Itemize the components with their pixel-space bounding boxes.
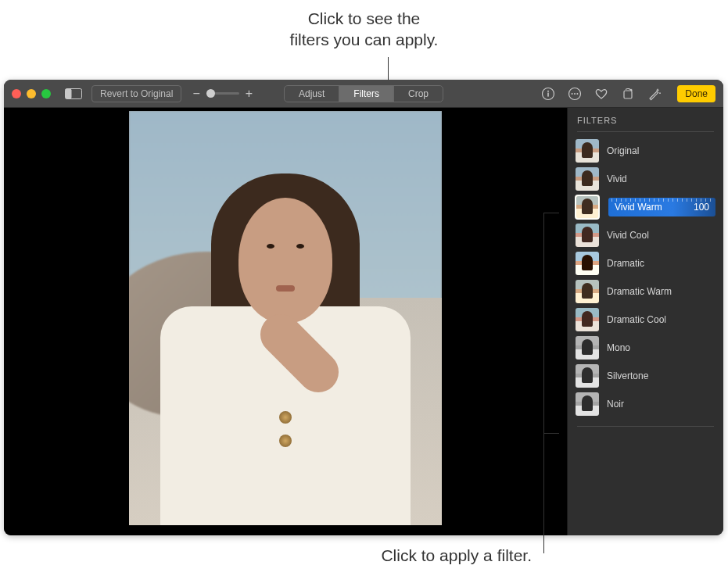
filter-label: Vivid Warm: [615, 202, 662, 213]
callout-line: [543, 433, 559, 434]
callout-line: [388, 57, 389, 82]
svg-point-3: [547, 90, 549, 91]
filter-label: Vivid: [607, 174, 627, 184]
filters-sidebar: FILTERS OriginalVividVivid Warm100Vivid …: [567, 108, 723, 535]
filter-label: Original: [607, 145, 639, 156]
sidebar-toggle-button[interactable]: [65, 85, 82, 102]
filter-row-vivid[interactable]: Vivid: [574, 165, 717, 193]
favorite-icon[interactable]: [594, 87, 608, 101]
filter-row-noir[interactable]: Noir: [574, 390, 717, 418]
filters-divider: [577, 426, 714, 427]
callout-apply-filter: Click to apply a filter.: [0, 546, 532, 565]
svg-rect-9: [624, 91, 632, 98]
auto-enhance-icon[interactable]: [647, 87, 662, 101]
revert-label: Revert to Original: [100, 88, 173, 99]
filter-label: Vivid Cool: [607, 230, 649, 241]
tab-crop[interactable]: Crop: [393, 86, 443, 102]
filter-row-vivid-cool[interactable]: Vivid Cool: [574, 221, 717, 249]
filter-thumbnail: [576, 308, 599, 331]
filter-label: Dramatic: [607, 258, 644, 269]
done-label: Done: [685, 88, 708, 99]
filter-label: Dramatic Warm: [607, 286, 672, 297]
minimize-icon[interactable]: [27, 89, 36, 98]
filter-row-vivid-warm[interactable]: Vivid Warm100: [574, 193, 717, 221]
tab-filters[interactable]: Filters: [339, 86, 393, 102]
zoom-in-icon[interactable]: +: [246, 87, 253, 101]
filter-intensity-value: 100: [694, 202, 709, 213]
rotate-icon[interactable]: [621, 87, 635, 101]
sidebar-title: FILTERS: [577, 116, 714, 132]
callout-line: [543, 213, 544, 553]
filter-thumbnail: [576, 139, 599, 163]
filter-thumbnail: [576, 167, 599, 191]
right-toolbar: Done: [541, 85, 715, 102]
filters-list: OriginalVividVivid Warm100Vivid CoolDram…: [574, 137, 717, 418]
filter-row-dramatic-cool[interactable]: Dramatic Cool: [574, 306, 717, 334]
edit-mode-tabs: Adjust Filters Crop: [284, 85, 443, 102]
filter-thumbnail: [576, 224, 599, 247]
photos-edit-window: Revert to Original − + Adjust Filters Cr…: [4, 80, 723, 535]
callout-line: [543, 213, 559, 213]
filter-thumbnail: [576, 195, 599, 219]
filter-thumbnail: [576, 364, 599, 388]
filter-row-original[interactable]: Original: [574, 137, 717, 165]
photo-canvas[interactable]: [4, 108, 567, 535]
callout-filters-tab: Click to see the filters you can apply.: [0, 8, 728, 51]
zoom-icon[interactable]: [41, 89, 51, 98]
info-icon[interactable]: [541, 87, 555, 101]
filter-label: Dramatic Cool: [607, 314, 666, 325]
edited-photo: [129, 111, 442, 525]
zoom-slider[interactable]: − +: [192, 87, 253, 101]
zoom-track[interactable]: [206, 92, 239, 95]
filter-label: Noir: [607, 399, 624, 410]
filter-row-silvertone[interactable]: Silvertone: [574, 362, 717, 390]
filter-thumbnail: [576, 280, 599, 303]
titlebar: Revert to Original − + Adjust Filters Cr…: [4, 80, 723, 108]
workspace: FILTERS OriginalVividVivid Warm100Vivid …: [4, 108, 723, 535]
svg-rect-1: [66, 88, 72, 98]
svg-point-6: [572, 93, 573, 95]
svg-rect-4: [548, 92, 550, 96]
filter-label: Mono: [607, 342, 630, 353]
tab-adjust[interactable]: Adjust: [285, 86, 339, 102]
filter-row-dramatic-warm[interactable]: Dramatic Warm: [574, 277, 717, 306]
zoom-thumb[interactable]: [206, 89, 215, 98]
revert-to-original-button[interactable]: Revert to Original: [91, 85, 181, 102]
filter-row-mono[interactable]: Mono: [574, 334, 717, 362]
svg-point-10: [659, 92, 661, 94]
svg-point-8: [577, 93, 579, 95]
done-button[interactable]: Done: [677, 85, 715, 102]
more-icon[interactable]: [568, 87, 582, 101]
filter-row-dramatic[interactable]: Dramatic: [574, 249, 717, 277]
close-icon[interactable]: [12, 89, 21, 98]
filter-thumbnail: [576, 252, 599, 275]
window-controls: [12, 89, 51, 98]
zoom-out-icon[interactable]: −: [192, 87, 199, 101]
filter-thumbnail: [576, 336, 599, 360]
svg-point-7: [574, 93, 576, 95]
filter-thumbnail: [576, 392, 599, 416]
filter-label: Silvertone: [607, 370, 648, 381]
filter-intensity-slider[interactable]: Vivid Warm100: [608, 198, 715, 216]
